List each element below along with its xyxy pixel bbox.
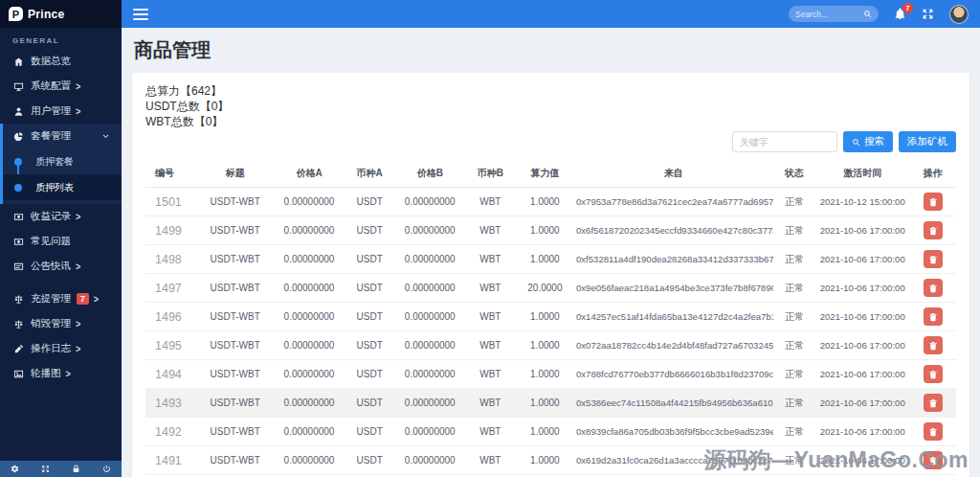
fullscreen-button[interactable] bbox=[922, 8, 934, 20]
trash-icon bbox=[928, 226, 938, 236]
sidebar-item-package-management[interactable]: 套餐管理 bbox=[3, 124, 122, 148]
cell-coin: USDT bbox=[345, 446, 395, 475]
column-header: 状态 bbox=[773, 161, 816, 188]
cell-op bbox=[909, 216, 956, 245]
cell-coin: WBT bbox=[465, 274, 516, 303]
lock-button[interactable] bbox=[72, 465, 80, 473]
trash-icon bbox=[928, 284, 938, 293]
cell-time: 2021-10-06 17:00:00 bbox=[815, 303, 909, 331]
sidebar-item-operation-logs[interactable]: 操作日志> bbox=[0, 336, 122, 361]
delete-button[interactable] bbox=[924, 336, 943, 354]
cell-from: 0x072aa18782cc4b14e2d4bf48fad727a6703245… bbox=[574, 331, 773, 360]
cell-status: 正常 bbox=[773, 446, 816, 475]
user-icon bbox=[13, 106, 24, 117]
cell-title: USDT-WBT bbox=[196, 418, 274, 446]
cell-coin: WBT bbox=[465, 331, 516, 360]
delete-button[interactable] bbox=[924, 422, 943, 441]
add-miner-button[interactable]: 添加矿机 bbox=[899, 131, 956, 152]
cell-coin: WBT bbox=[465, 418, 516, 446]
stat-total-power: 总算力【642】 bbox=[145, 83, 956, 99]
cell-id: 1492 bbox=[145, 418, 196, 446]
table-header-row: 编号标题价格A币种A价格B币种B算力值来自状态激活时间操作 bbox=[145, 161, 956, 188]
sidebar-subitem-pledge-package[interactable]: 质押套餐 bbox=[3, 148, 122, 174]
cell-status: 正常 bbox=[773, 216, 816, 245]
cell-title: USDT-WBT bbox=[196, 245, 274, 274]
cell-coin: WBT bbox=[465, 245, 516, 274]
trash-icon bbox=[928, 427, 938, 437]
sidebar: P Prince GENERAL 数据总览系统配置>用户管理>套餐管理质押套餐质… bbox=[0, 0, 122, 477]
sidebar-item-faq[interactable]: 常见问题 bbox=[0, 229, 122, 254]
cell-id: 1494 bbox=[145, 360, 196, 389]
lock-icon bbox=[72, 465, 80, 473]
search-button[interactable]: 搜索 bbox=[843, 131, 893, 152]
sidebar-item-label: 系统配置 bbox=[31, 80, 71, 93]
cell-status: 正常 bbox=[773, 389, 816, 418]
delete-button[interactable] bbox=[924, 394, 943, 412]
delete-button[interactable] bbox=[924, 451, 943, 469]
cell-coin: USDT bbox=[345, 188, 395, 216]
cell-op bbox=[909, 446, 956, 475]
sidebar-item-user-management[interactable]: 用户管理> bbox=[0, 99, 122, 124]
expand-button[interactable] bbox=[41, 465, 50, 473]
sidebar-item-burn-management[interactable]: 销毁管理> bbox=[0, 311, 122, 336]
brand-logo[interactable]: P Prince bbox=[0, 0, 122, 28]
cell-coin: USDT bbox=[345, 303, 395, 331]
cell-coin: USDT bbox=[345, 274, 395, 303]
sidebar-footer-bar bbox=[0, 461, 122, 477]
sidebar-section-label: GENERAL bbox=[0, 28, 122, 49]
delete-button[interactable] bbox=[924, 307, 943, 326]
cell-coin: USDT bbox=[345, 389, 395, 418]
cell-coin: USDT bbox=[345, 331, 395, 360]
trash-icon bbox=[928, 456, 938, 466]
cell-coin: WBT bbox=[465, 216, 516, 245]
cell-time: 2021-10-06 17:00:00 bbox=[815, 360, 909, 389]
delete-button[interactable] bbox=[924, 250, 943, 268]
cell-price: 0.00000000 bbox=[274, 303, 344, 331]
cell-price: 0.00000000 bbox=[274, 216, 344, 245]
topbar-search-input[interactable] bbox=[795, 10, 859, 19]
gear-button[interactable] bbox=[11, 465, 19, 473]
chevron-right-icon: > bbox=[76, 261, 80, 272]
sidebar-item-carousel[interactable]: 轮播图> bbox=[0, 361, 122, 386]
keyword-input[interactable] bbox=[732, 131, 837, 152]
sidebar-item-recharge-management[interactable]: 充提管理7> bbox=[0, 286, 122, 311]
user-avatar[interactable] bbox=[949, 5, 969, 24]
sidebar-item-label: 收益记录 bbox=[31, 210, 71, 223]
expand-icon bbox=[41, 465, 50, 473]
table-row: 1493USDT-WBT0.00000000USDT0.00000000WBT1… bbox=[145, 389, 956, 418]
cell-id: 1499 bbox=[145, 216, 196, 245]
sidebar-badge: 7 bbox=[77, 293, 89, 305]
cell-id: 1496 bbox=[145, 303, 196, 331]
sidebar-subitem-pledge-list[interactable]: 质押列表 bbox=[3, 174, 122, 200]
products-table: 编号标题价格A币种A价格B币种B算力值来自状态激活时间操作 1501USDT-W… bbox=[145, 161, 956, 475]
menu-toggle-icon[interactable] bbox=[133, 9, 148, 20]
sidebar-item-system-config[interactable]: 系统配置> bbox=[0, 74, 122, 99]
cell-from: 0x619d2a31fc0ca26d1a3acccca75571104bc2c7… bbox=[574, 446, 773, 475]
home-icon bbox=[13, 57, 24, 67]
cell-id: 1498 bbox=[145, 245, 196, 274]
cell-coin: WBT bbox=[465, 188, 516, 216]
cell-op bbox=[909, 360, 956, 389]
sidebar-item-dashboard[interactable]: 数据总览 bbox=[0, 49, 122, 74]
sidebar-item-income-records[interactable]: 收益记录> bbox=[0, 204, 122, 229]
page-title: 商品管理 bbox=[134, 37, 969, 63]
sidebar-item-announcements[interactable]: 公告快讯> bbox=[0, 254, 122, 279]
delete-button[interactable] bbox=[924, 193, 943, 211]
table-row: 1492USDT-WBT0.00000000USDT0.00000000WBT1… bbox=[145, 418, 956, 446]
content: 商品管理 总算力【642】 USDT总数【0】 WBT总数【0】 搜索 添加矿机 bbox=[122, 28, 980, 477]
chevron-right-icon: > bbox=[66, 368, 71, 379]
cell-power: 1.0000 bbox=[516, 245, 574, 274]
delete-button[interactable] bbox=[924, 221, 943, 239]
notifications-button[interactable]: 7 bbox=[894, 8, 906, 20]
power-button[interactable] bbox=[102, 465, 111, 473]
cell-op bbox=[909, 274, 956, 303]
delete-button[interactable] bbox=[924, 365, 943, 383]
cell-power: 1.0000 bbox=[516, 389, 574, 418]
cell-coin: WBT bbox=[465, 446, 516, 475]
topbar-search[interactable] bbox=[789, 6, 879, 22]
column-header: 激活时间 bbox=[815, 161, 909, 188]
delete-button[interactable] bbox=[924, 279, 943, 297]
power-icon bbox=[102, 465, 111, 473]
cell-status: 正常 bbox=[773, 188, 816, 216]
cell-from: 0x8939cfa86a705db03b36f9f5bcc3cbe9ad5239… bbox=[574, 418, 773, 446]
